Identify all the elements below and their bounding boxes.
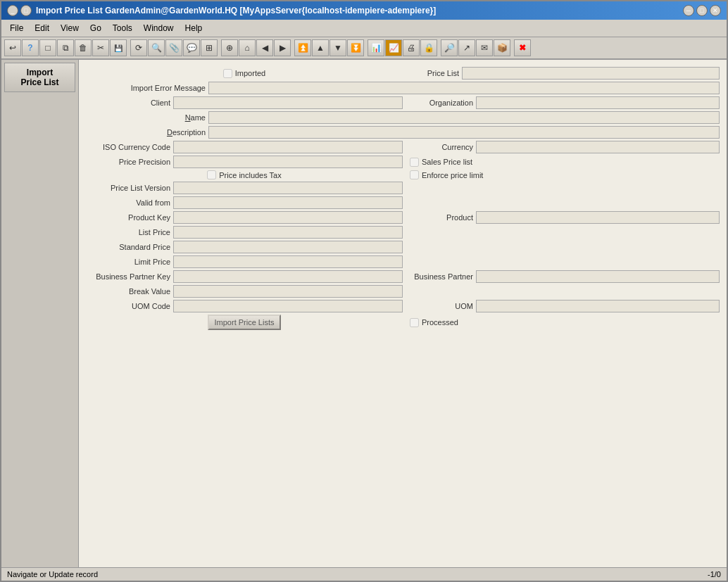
price-precision-input[interactable] <box>173 156 403 168</box>
row-client-org: Client Organization <box>86 96 720 109</box>
main-form: Imported Price List Import Error Message <box>79 60 727 567</box>
bp-input[interactable] <box>476 270 720 283</box>
cut-icon[interactable]: ✂ <box>92 39 109 56</box>
menu-go[interactable]: Go <box>84 21 107 35</box>
price-list-label: Price List <box>410 69 459 77</box>
window-controls: ─ □ ✕ <box>683 5 721 16</box>
find-icon[interactable]: 🔍 <box>148 39 165 56</box>
currency-input[interactable] <box>476 141 720 153</box>
processed-checkbox-row: Processed <box>410 318 458 327</box>
col-standard-price: Standard Price <box>86 241 403 253</box>
refresh-icon[interactable]: ⟳ <box>130 39 147 56</box>
print-icon[interactable]: 🖨 <box>403 39 420 56</box>
product-key-label: Product Key <box>86 213 170 222</box>
iso-currency-input[interactable] <box>173 141 403 153</box>
back-icon[interactable]: ↩ <box>4 39 21 56</box>
col-plv-right <box>403 182 720 194</box>
attach-icon[interactable]: 📎 <box>165 39 182 56</box>
row-imported-pricelist: Imported Price List <box>86 67 720 80</box>
uom-code-input[interactable] <box>173 300 403 312</box>
col-tax: Price includes Tax <box>86 170 403 179</box>
menu-view[interactable]: View <box>55 21 84 35</box>
home-icon[interactable]: ⌂ <box>239 39 256 56</box>
mail-icon[interactable]: ✉ <box>476 39 493 56</box>
col-std-right <box>403 241 720 253</box>
chart-icon[interactable]: 📈 <box>385 39 402 56</box>
chat-icon[interactable]: 💬 <box>183 39 200 56</box>
row-limit-price: Limit Price <box>86 255 720 268</box>
lock-icon[interactable]: 🔒 <box>420 39 437 56</box>
menu-edit[interactable]: Edit <box>29 21 55 35</box>
product-key-input[interactable] <box>173 211 403 224</box>
menu-help[interactable]: Help <box>180 21 208 35</box>
row-bpkey: Business Partner Key Business Partner <box>86 270 720 283</box>
bp-key-input[interactable] <box>173 270 403 283</box>
limit-price-input[interactable] <box>173 255 403 268</box>
grid-icon[interactable]: ⊞ <box>201 39 218 56</box>
col-processed: Processed <box>403 315 720 330</box>
delete-icon[interactable]: 🗑 <box>75 39 92 56</box>
minimize-btn[interactable]: _ <box>7 5 18 16</box>
uom-input[interactable] <box>476 300 720 312</box>
organization-input[interactable] <box>476 96 720 109</box>
currency-label: Currency <box>410 143 473 151</box>
help-icon[interactable]: ? <box>22 39 39 56</box>
description-input[interactable] <box>208 126 720 139</box>
import-error-input[interactable] <box>208 82 720 94</box>
uom-label: UOM <box>410 302 473 310</box>
client-input[interactable] <box>173 96 403 109</box>
window-close-btn[interactable]: ✕ <box>710 5 721 16</box>
menu-tools[interactable]: Tools <box>107 21 138 35</box>
window-maximize-btn[interactable]: □ <box>696 5 708 16</box>
processed-checkbox[interactable] <box>410 318 419 327</box>
new-doc-icon[interactable]: □ <box>39 39 56 56</box>
standard-price-label: Standard Price <box>86 243 170 251</box>
menu-file[interactable]: File <box>4 21 29 35</box>
col-valid-right <box>403 196 720 209</box>
nav-prev-icon[interactable]: ◀ <box>256 39 273 56</box>
restore-btn[interactable]: □ <box>20 5 32 16</box>
col-bp: Business Partner <box>403 270 720 283</box>
name-input[interactable] <box>208 111 720 124</box>
list-price-label: List Price <box>86 228 170 236</box>
archive-icon[interactable]: 📦 <box>494 39 510 56</box>
copy-icon[interactable]: ⧉ <box>57 39 74 56</box>
col-list-right <box>403 226 720 239</box>
imported-checkbox[interactable] <box>223 69 232 78</box>
break-value-input[interactable] <box>173 285 403 298</box>
import-price-lists-button[interactable]: Import Price Lists <box>208 315 282 330</box>
window-minimize-btn[interactable]: ─ <box>683 5 694 16</box>
row-iso-currency: ISO Currency Code Currency <box>86 141 720 153</box>
bp-key-label: Business Partner Key <box>86 272 170 281</box>
zoom-icon[interactable]: 🔎 <box>441 39 458 56</box>
save-icon[interactable]: 💾 <box>110 39 127 56</box>
row-tax-enforce: Price includes Tax Enforce price limit <box>86 170 720 179</box>
report-icon[interactable]: 📊 <box>368 39 384 56</box>
enforce-price-limit-checkbox[interactable] <box>410 170 419 179</box>
sidebar-item-import-price-list[interactable]: Import Price List <box>4 63 75 92</box>
price-list-version-input[interactable] <box>173 182 403 194</box>
price-includes-tax-checkbox[interactable] <box>207 170 216 179</box>
menu-window[interactable]: Window <box>138 21 180 35</box>
standard-price-input[interactable] <box>173 241 403 253</box>
col-break-value: Break Value <box>86 285 403 298</box>
prev-record-icon[interactable]: ▲ <box>312 39 329 56</box>
close-icon[interactable]: ✖ <box>514 39 531 56</box>
nav-btn-icon[interactable]: ↗ <box>458 39 475 56</box>
valid-from-input[interactable] <box>173 196 403 209</box>
import-error-label: Import Error Message <box>86 84 206 92</box>
col-uom: UOM <box>403 300 720 312</box>
last-record-icon[interactable]: ⏬ <box>347 39 364 56</box>
product-input[interactable] <box>476 211 720 224</box>
globe-icon[interactable]: ⊕ <box>221 39 238 56</box>
nav-next-icon[interactable]: ▶ <box>274 39 291 56</box>
list-price-input[interactable] <box>173 226 403 239</box>
col-limit-price: Limit Price <box>86 255 403 268</box>
price-list-input[interactable] <box>462 67 720 80</box>
col-precision: Price Precision <box>86 156 403 168</box>
first-record-icon[interactable]: ⏫ <box>294 39 311 56</box>
next-record-icon[interactable]: ▼ <box>330 39 346 56</box>
col-product-key: Product Key <box>86 211 403 224</box>
title-bar: _ □ Import Price List GardenAdmin@Garden… <box>1 1 727 20</box>
sales-price-checkbox[interactable] <box>410 158 419 167</box>
